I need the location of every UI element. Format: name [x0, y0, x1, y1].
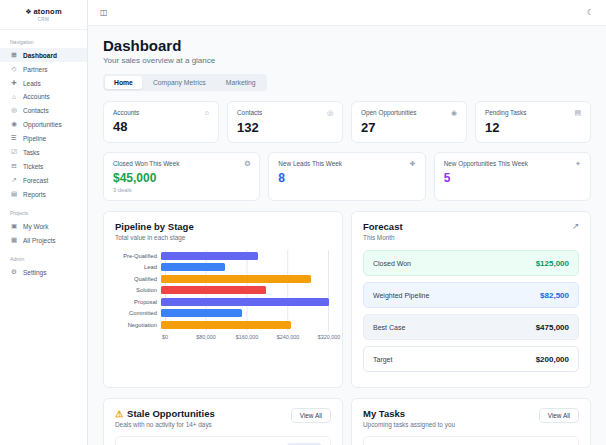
chart-track: [161, 298, 329, 306]
forecast-row-value: $82,500: [540, 291, 569, 300]
chart-row: Pre-Qualified: [115, 250, 331, 262]
chart-row: Proposal: [115, 296, 331, 308]
view-all-button[interactable]: View All: [539, 408, 579, 423]
sidebar-item[interactable]: ⊞ Dashboard: [0, 48, 87, 62]
sidebar-item-icon: ◎: [10, 106, 18, 114]
sidebar-item-icon: ⌂: [10, 93, 18, 100]
sidebar-item[interactable]: ◇ Partners: [0, 62, 87, 76]
sidebar-item-icon: ▤: [10, 190, 18, 198]
forecast-title: Forecast: [363, 221, 403, 232]
sidebar-item[interactable]: ⌂ Accounts: [0, 90, 87, 103]
stale-deal-item[interactable]: Acme Corp - Enterprise Plan Acme Corpora…: [115, 436, 331, 445]
stats-row: Accounts ⌂ 48 Contacts ◎ 132: [103, 101, 591, 143]
sidebar-item-label: Tickets: [23, 163, 43, 170]
tasks-title: My Tasks: [363, 408, 455, 419]
tab[interactable]: Marketing: [217, 76, 265, 89]
middle-row: Pipeline by Stage Total value in each st…: [103, 211, 591, 388]
chart-bar[interactable]: [161, 321, 291, 329]
main-area: ◫ ☾ Dashboard Your sales overview at a g…: [88, 0, 606, 445]
sidebar-item-label: Reports: [23, 191, 46, 198]
nav-section-label: Navigation: [0, 30, 87, 48]
forecast-row: Target $200,000: [363, 346, 579, 372]
stat-card[interactable]: Pending Tasks ▤ 12: [475, 101, 591, 143]
admin-section-label: Admin: [0, 247, 87, 265]
stale-list: Acme Corp - Enterprise Plan Acme Corpora…: [115, 436, 331, 445]
theme-toggle-icon[interactable]: ☾: [587, 8, 594, 17]
sidebar-item[interactable]: ▤ Reports: [0, 187, 87, 201]
stat-value: 12: [485, 120, 581, 135]
axis-tick-label: $0: [162, 334, 168, 340]
chart-track: [161, 275, 329, 283]
forecast-row: Best Case $475,000: [363, 314, 579, 340]
chart-x-axis: $0 $80,000 $160,000 $240,000 $320,000: [165, 331, 329, 342]
forecast-row-value: $125,000: [536, 259, 569, 268]
logo-subtitle: CRM: [38, 17, 50, 22]
chart-category-label: Committed: [115, 310, 161, 316]
stat-card[interactable]: Contacts ◎ 132: [227, 101, 343, 143]
stat-subtext: 3 deals: [113, 187, 250, 193]
tab[interactable]: Home: [105, 76, 142, 89]
stat-icon: ◎: [327, 109, 333, 117]
sidebar-item[interactable]: ⊟ Tickets: [0, 159, 87, 173]
sidebar-item[interactable]: ↗ Forecast: [0, 173, 87, 187]
chart-bar[interactable]: [161, 309, 242, 317]
sidebar-item-label: Settings: [23, 269, 47, 276]
chart-row: Lead: [115, 262, 331, 274]
sidebar-item[interactable]: ▦ All Projects: [0, 233, 87, 247]
chart-bar[interactable]: [161, 298, 329, 306]
stale-opportunities-panel: ⚠ Stale Opportunities Deals with no acti…: [103, 398, 343, 445]
sidebar-item[interactable]: ◉ Opportunities: [0, 117, 87, 131]
chart-bar[interactable]: [161, 275, 311, 283]
sidebar-item-icon: ▣: [10, 222, 18, 230]
stale-title: Stale Opportunities: [127, 408, 215, 419]
forecast-row-label: Weighted Pipeline: [373, 292, 429, 299]
weekly-stat-card[interactable]: New Leads This Week ✚ 8: [268, 152, 425, 201]
stat-icon: ▤: [574, 109, 581, 117]
stat-card[interactable]: Accounts ⌂ 48: [103, 101, 219, 143]
app: ❖ atonom CRM Navigation ⊞ Dashboard ◇ Pa…: [0, 0, 606, 445]
sidebar-item[interactable]: ⚙ Settings: [0, 265, 87, 279]
stat-icon: ✦: [575, 160, 581, 168]
weekly-stat-card[interactable]: Closed Won This Week ✪ $45,000 3 deals: [103, 152, 260, 201]
chart-track: [161, 321, 329, 329]
sidebar-item-label: Tasks: [23, 149, 40, 156]
axis-tick-label: $240,000: [277, 334, 299, 340]
forecast-panel: Forecast This Month ↗ Closed Won $125,00…: [351, 211, 591, 388]
weekly-stat-card[interactable]: New Opportunities This Week ✦ 5: [434, 152, 591, 201]
tasks-list: Follow up with Acme Corp Tomorrow Prepar…: [363, 436, 579, 445]
weekly-stats-row: Closed Won This Week ✪ $45,000 3 deals N…: [103, 152, 591, 201]
sidebar-item-label: My Work: [23, 223, 49, 230]
sidebar-item-label: Partners: [23, 66, 48, 73]
forecast-row-label: Target: [373, 356, 392, 363]
chart-bar[interactable]: [161, 263, 225, 271]
sidebar-item-icon: ☑: [10, 148, 18, 156]
task-item[interactable]: Follow up with Acme Corp Tomorrow: [363, 436, 579, 445]
chart-bar[interactable]: [161, 252, 258, 260]
chart-track: [161, 252, 329, 260]
admin-list: ⚙ Settings: [0, 265, 87, 279]
view-all-button[interactable]: View All: [291, 408, 331, 423]
projects-list: ▣ My Work ▦ All Projects: [0, 219, 87, 247]
stale-subtitle: Deals with no activity for 14+ days: [115, 421, 215, 428]
axis-tick-label: $80,000: [196, 334, 216, 340]
tab[interactable]: Company Metrics: [144, 76, 215, 89]
stat-value: 5: [444, 171, 581, 185]
sidebar-item[interactable]: ◎ Contacts: [0, 103, 87, 117]
sidebar-item-icon: ☰: [10, 134, 18, 142]
sidebar-item[interactable]: ☑ Tasks: [0, 145, 87, 159]
sidebar-item[interactable]: ✚ Leads: [0, 76, 87, 90]
sidebar-toggle-icon[interactable]: ◫: [100, 8, 108, 17]
projects-section-label: Projects: [0, 201, 87, 219]
sidebar-item[interactable]: ▣ My Work: [0, 219, 87, 233]
sidebar-item[interactable]: ☰ Pipeline: [0, 131, 87, 145]
bottom-row: ⚠ Stale Opportunities Deals with no acti…: [103, 398, 591, 445]
chart-track: [161, 309, 329, 317]
axis-tick-label: $160,000: [236, 334, 258, 340]
stat-icon: ⌂: [205, 109, 209, 116]
chart-bar[interactable]: [161, 286, 266, 294]
stat-value: 48: [113, 119, 209, 134]
stat-card[interactable]: Open Opportunities ◉ 27: [351, 101, 467, 143]
sidebar-item-icon: ↗: [10, 176, 18, 184]
stat-label: Open Opportunities: [361, 109, 416, 116]
chart-rows: Pre-Qualified Lead: [115, 250, 331, 331]
